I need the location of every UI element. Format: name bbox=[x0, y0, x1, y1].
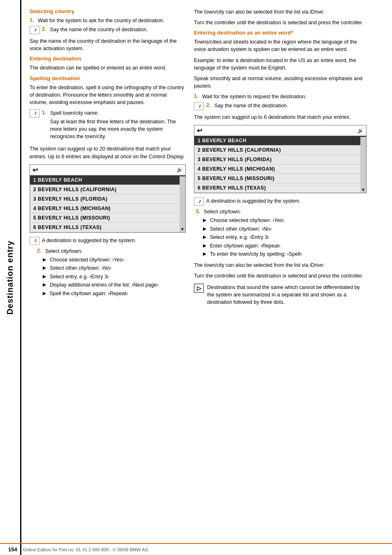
step-num-3-1: 1. bbox=[42, 109, 48, 116]
bullet-item: ▶Choose selected city/town: ›Yes‹ bbox=[203, 217, 367, 224]
bullet-item: ▶Select entry, e.g. ›Entry 3‹ bbox=[43, 273, 186, 281]
arrow-icon: ▶ bbox=[203, 226, 208, 231]
bullet-text: Select other city/town: ›No‹ bbox=[210, 226, 272, 233]
step-3-2-main: Select city/town: bbox=[45, 247, 82, 255]
footer-text: Online Edition for Part no. 01 41 2 600 … bbox=[23, 547, 148, 552]
step-4-2: 𝅘𝅥𝅮 2. Say the name of the destination. bbox=[194, 102, 367, 110]
section-selecting-country: Selecting country 1. Wait for the system… bbox=[30, 8, 186, 52]
bullet-item: ▶Select other city/town: ›No‹ bbox=[203, 226, 367, 233]
mic-icon-left: 🔊 bbox=[177, 167, 183, 173]
bullet-item: ▶Spell the city/town again: ›Repeat‹ bbox=[43, 290, 186, 298]
bullet-text: Display additional entries of the list: … bbox=[50, 282, 159, 289]
step-4-3-bullets: ▶Choose selected city/town: ›Yes‹▶Select… bbox=[194, 217, 367, 258]
arrow-icon: ▶ bbox=[203, 217, 208, 223]
heading-entire-word: Entering destination as an entire word* bbox=[194, 30, 367, 36]
bullet-item: ▶To enter the town/city by spelling: ›Sp… bbox=[203, 251, 367, 258]
screen-row: 3 BEVERLY HILLS (FLORIDA) bbox=[194, 155, 366, 164]
footer-page-num: 154 bbox=[8, 546, 17, 553]
section3-note2: The system can suggest up to 20 destinat… bbox=[30, 145, 186, 160]
bullet-text: Select entry, e.g. ›Entry 3‹ bbox=[50, 273, 109, 281]
step-3-1-main: Spell town/city name: bbox=[50, 110, 99, 116]
voice-note-right-text: A destination is suggested by the system… bbox=[206, 197, 300, 205]
step-num-4-2: 2. bbox=[206, 102, 212, 108]
screen-row: 3 BEVERLY HILLS (FLORIDA) bbox=[30, 194, 185, 204]
voice-icon-2: 𝅘𝅥𝅮 bbox=[30, 109, 39, 118]
sidebar-label: Destination entry bbox=[5, 240, 15, 314]
screen-row: 4 BEVERLY HILLS (MICHIGAN) bbox=[30, 204, 185, 213]
screen-row: 6 BEVERLY HILLS (TEXAS) bbox=[194, 183, 366, 193]
section-entering-destination: Entering destination The destination can… bbox=[30, 56, 186, 72]
bullet-text: Select entry, e.g. ›Entry 3‹ bbox=[210, 234, 269, 241]
left-screen-rows: 1 BEVERLY BEACH2 BEVERLY HILLS (CALIFORN… bbox=[30, 176, 185, 232]
screen-row: 1 BEVERLY BEACH bbox=[30, 176, 185, 185]
scroll-arrow-right: ▼ bbox=[361, 187, 365, 192]
bullet-item: ▶Select entry, e.g. ›Entry 3‹ bbox=[203, 234, 367, 241]
arrow-icon: ▶ bbox=[203, 243, 208, 248]
screen-row: 1 BEVERLY BEACH bbox=[194, 136, 366, 146]
note-box-text: Destinations that sound the same which c… bbox=[207, 284, 367, 306]
step-3-2: 2. Select city/town: ▶Choose selected ci… bbox=[30, 247, 186, 298]
scroll-bar-left: ▼ bbox=[180, 176, 185, 232]
voice-icon-5: 𝅘𝅥𝅮 bbox=[194, 197, 204, 206]
display-screen-right: ↩ 🔊 1 BEVERLY BEACH2 BEVERLY HILLS (CALI… bbox=[194, 125, 367, 193]
step-4-1: 1. Wait for the system to request the de… bbox=[194, 93, 367, 100]
bullet-text: Choose selected city/town: ›Yes‹ bbox=[210, 217, 284, 224]
step-num-4-1: 1. bbox=[194, 93, 200, 99]
heading-selecting-country: Selecting country bbox=[30, 8, 186, 14]
step-4-3-main: Select city/town: bbox=[204, 208, 241, 215]
display-screen-left: ↩ 🔊 1 BEVERLY BEACH2 BEVERLY HILLS (CALI… bbox=[30, 164, 186, 233]
destinations-icon: ▷ bbox=[194, 284, 204, 293]
section4-body2: Example: to enter a destination located … bbox=[194, 57, 367, 72]
right-column: The town/city can also be selected from … bbox=[194, 8, 367, 547]
section2-body: The destination can be spelled or entere… bbox=[30, 64, 186, 72]
display-header-right: ↩ 🔊 bbox=[194, 125, 366, 136]
voice-icon-4: 𝅘𝅥𝅮 bbox=[194, 102, 204, 110]
section4-body3: Speak smoothly and at normal volume, avo… bbox=[194, 75, 367, 90]
heading-spelling-destination: Spelling destination bbox=[30, 75, 186, 81]
bullet-item: ▶Choose selected city/town: ›Yes‹ bbox=[43, 257, 186, 264]
voice-icon-1: 𝅘𝅥𝅮 bbox=[30, 26, 39, 34]
section3-body: To enter the destination, spell it using… bbox=[30, 84, 186, 106]
step-num-1: 1. bbox=[30, 17, 35, 23]
steps-selecting-country: 1. Wait for the system to ask for the co… bbox=[30, 17, 186, 34]
screen-row: 2 BEVERLY HILLS (CALIFORNIA) bbox=[194, 146, 366, 155]
step-1-2: 𝅘𝅥𝅮 2. Say the name of the country of dest… bbox=[30, 26, 186, 34]
note-box: ▷ Destinations that sound the same which… bbox=[194, 284, 367, 306]
voice-note-left-text: A destination is suggested by the system… bbox=[42, 237, 136, 244]
right-text4: Turn the controller until the destinatio… bbox=[194, 272, 367, 280]
voice-note-left: 𝅘𝅥𝅮 A destination is suggested by the syst… bbox=[30, 237, 186, 245]
screen-row: 2 BEVERLY HILLS (CALIFORNIA) bbox=[30, 185, 185, 194]
step-text-1: Wait for the system to ask for the count… bbox=[38, 17, 164, 24]
sidebar: Destination entry bbox=[0, 0, 21, 555]
arrow-icon: ▶ bbox=[43, 273, 48, 279]
step-4-1-text: Wait for the system to request the desti… bbox=[202, 93, 307, 100]
bullet-text: Enter city/town again: ›Repeat‹ bbox=[210, 243, 281, 250]
step-4-3: 3. Select city/town: ▶Choose selected ci… bbox=[194, 208, 367, 258]
right-text2: Turn the controller until the destinatio… bbox=[194, 19, 367, 26]
steps-entire-word: 1. Wait for the system to request the de… bbox=[194, 93, 367, 110]
step-text-2: Say the name of the country of destinati… bbox=[50, 26, 148, 33]
bullet-text: Spell the city/town again: ›Repeat‹ bbox=[50, 290, 128, 298]
bullet-item: ▶Select other city/town: ›No‹ bbox=[43, 265, 186, 272]
section-entering-entire-word: Entering destination as an entire word* … bbox=[194, 30, 367, 258]
screen-row: 5 BEVERLY HILLS (MISSOURI) bbox=[30, 213, 185, 223]
back-icon-right: ↩ bbox=[197, 127, 202, 134]
arrow-icon: ▶ bbox=[43, 290, 48, 296]
screen-row: 6 BEVERLY HILLS (TEXAS) bbox=[30, 223, 185, 232]
section1-note: Say the name of the country of destinati… bbox=[30, 37, 186, 52]
screen-row: 4 BEVERLY HILLS (MICHIGAN) bbox=[194, 164, 366, 174]
step-num-3-2: 2. bbox=[37, 247, 43, 254]
scroll-arrow-left: ▼ bbox=[180, 227, 184, 231]
right-text3: The town/city can also be selected from … bbox=[194, 261, 367, 269]
step-3-1: 𝅘𝅥𝅮 1. Spell town/city name: Say at least … bbox=[30, 109, 186, 144]
step-3-1-sub: Say at least the first three letters of … bbox=[50, 118, 186, 140]
step-4-2-text: Say the name of the destination. bbox=[214, 102, 288, 109]
voice-note-right: 𝅘𝅥𝅮 A destination is suggested by the syst… bbox=[194, 197, 367, 206]
mic-icon-right: 🔊 bbox=[357, 128, 364, 134]
left-column: Selecting country 1. Wait for the system… bbox=[30, 8, 186, 547]
bullet-text: Choose selected city/town: ›Yes‹ bbox=[50, 257, 124, 264]
voice-icon-3: 𝅘𝅥𝅮 bbox=[30, 237, 39, 245]
page-container: Destination entry Selecting country 1. W… bbox=[0, 0, 392, 555]
section4-body1: Towns/cities and streets located in the … bbox=[194, 38, 367, 53]
bullet-item: ▶Enter city/town again: ›Repeat‹ bbox=[203, 243, 367, 250]
